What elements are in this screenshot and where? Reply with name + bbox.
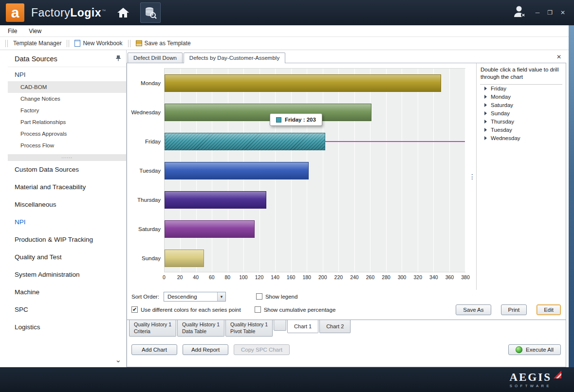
sidebar-category-npi[interactable]: NPI bbox=[8, 214, 126, 231]
gridline bbox=[370, 69, 370, 272]
new-workbook-button[interactable]: New Workbook bbox=[73, 40, 124, 47]
add-report-button[interactable]: Add Report bbox=[183, 344, 228, 355]
drill-item-tuesday[interactable]: Tuesday bbox=[480, 126, 562, 134]
sidebar-category-production-wip-tracking[interactable]: Production & WIP Tracking bbox=[8, 231, 126, 249]
x-axis-tick: 220 bbox=[334, 274, 343, 280]
y-axis-label: Thursday bbox=[129, 185, 161, 214]
sidebar-category-custom-data-sources[interactable]: Custom Data Sources bbox=[8, 161, 126, 178]
execute-all-label: Execute All bbox=[526, 347, 554, 353]
sort-order-select[interactable]: Descending bbox=[164, 292, 226, 302]
cumulative-percentage-checkbox[interactable]: Show cumulative percentage bbox=[255, 306, 336, 313]
y-axis-label: Wednesday bbox=[129, 98, 161, 127]
tab-label-line1: Quality History 1 bbox=[134, 321, 171, 328]
drill-item-thursday[interactable]: Thursday bbox=[480, 118, 562, 126]
drill-item-sunday[interactable]: Sunday bbox=[480, 109, 562, 118]
x-axis-tick: 380 bbox=[461, 274, 470, 280]
sidebar-category-quality-and-test[interactable]: Quality and Test bbox=[8, 249, 126, 266]
tooltip-swatch bbox=[276, 117, 281, 123]
tab-label-line2: Pivot Table bbox=[230, 328, 268, 335]
sidebar-splitter[interactable]: ...... bbox=[8, 154, 126, 161]
app-logo: a bbox=[6, 3, 24, 22]
document-tabstrip: Defect Drill Down Defects by Day-Custome… bbox=[127, 50, 566, 63]
maximize-icon[interactable] bbox=[547, 10, 553, 16]
bar-sunday[interactable] bbox=[165, 249, 204, 267]
bottom-tab-quality-history-1-pivot-table[interactable]: Quality History 1Pivot Table bbox=[225, 320, 273, 337]
tab-label-line1: Quality History 1 bbox=[182, 321, 220, 328]
app-title: FactoryLogix™ bbox=[31, 6, 106, 19]
drill-item-friday[interactable]: Friday bbox=[480, 85, 562, 93]
app-title-part1: Factory bbox=[31, 6, 70, 19]
bottom-tab-blank[interactable] bbox=[274, 320, 286, 331]
bar-friday[interactable] bbox=[165, 133, 325, 150]
sidebar-category-miscellaneous[interactable]: Miscellaneous bbox=[8, 196, 126, 214]
bottom-tab-chart-1[interactable]: Chart 1 bbox=[287, 320, 318, 333]
series-colors-checkbox[interactable]: Use different colors for each series poi… bbox=[131, 306, 241, 313]
drill-item-label: Sunday bbox=[491, 110, 510, 116]
drill-item-saturday[interactable]: Saturday bbox=[480, 101, 562, 109]
drill-item-monday[interactable]: Monday bbox=[480, 93, 562, 101]
toolbar-grip bbox=[5, 40, 8, 47]
home-icon[interactable] bbox=[113, 2, 133, 23]
bottom-tab-chart-2[interactable]: Chart 2 bbox=[319, 320, 351, 333]
workspace: Defect Drill Down Defects by Day-Custome… bbox=[127, 50, 569, 367]
save-as-button[interactable]: Save As bbox=[456, 304, 491, 315]
bottom-tab-quality-history-1-data-table[interactable]: Quality History 1Data Table bbox=[177, 320, 224, 337]
x-axis-tick: 40 bbox=[193, 274, 199, 280]
x-axis-tick: 300 bbox=[398, 274, 407, 280]
sidebar-category-logistics[interactable]: Logistics bbox=[8, 319, 126, 336]
x-axis-tick: 320 bbox=[413, 274, 422, 280]
tab-defect-drill-down[interactable]: Defect Drill Down bbox=[128, 53, 183, 63]
bar-saturday[interactable] bbox=[165, 220, 255, 238]
add-chart-button[interactable]: Add Chart bbox=[131, 344, 177, 355]
scroll-down-icon[interactable] bbox=[115, 356, 121, 364]
bottom-tab-quality-history-1-criteria[interactable]: Quality History 1Criteria bbox=[129, 320, 176, 337]
cumulative-percentage-label: Show cumulative percentage bbox=[264, 307, 336, 313]
user-icon[interactable] bbox=[512, 4, 527, 21]
drill-item-wednesday[interactable]: Wednesday bbox=[480, 134, 562, 143]
minimize-icon[interactable] bbox=[536, 10, 540, 16]
drill-hint: Double click a field value to drill thro… bbox=[480, 66, 562, 85]
y-axis-label: Saturday bbox=[129, 214, 161, 244]
bar-chart: Friday : 203 MondayWednesdayFridayTuesda… bbox=[127, 63, 468, 290]
aegis-subtitle: SOFTWARE bbox=[509, 384, 552, 388]
copy-spc-chart-button[interactable]: Copy SPC Chart bbox=[234, 344, 290, 355]
bar-monday[interactable] bbox=[165, 74, 441, 92]
bar-thursday[interactable] bbox=[165, 191, 266, 209]
sidebar-group-npi[interactable]: NPI bbox=[8, 67, 126, 81]
x-axis-tick: 340 bbox=[429, 274, 438, 280]
show-legend-checkbox[interactable]: Show legend bbox=[256, 293, 298, 300]
sidebar-item-factory[interactable]: Factory bbox=[8, 105, 126, 116]
template-manager-button[interactable]: Template Manager bbox=[11, 40, 63, 47]
bar-tuesday[interactable] bbox=[165, 162, 309, 179]
edit-button[interactable]: Edit bbox=[537, 304, 561, 315]
series-colors-label: Use different colors for each series poi… bbox=[141, 307, 241, 313]
panel-splitter[interactable] bbox=[468, 63, 476, 290]
sidebar-category-material-and-traceability[interactable]: Material and Traceability bbox=[8, 178, 126, 196]
sidebar-item-change-notices[interactable]: Change Notices bbox=[8, 93, 126, 105]
expand-arrow-icon bbox=[484, 111, 487, 115]
tab-defects-by-day-customer-assembly[interactable]: Defects by Day-Customer-Assembly bbox=[184, 53, 285, 63]
sidebar-item-cad-bom[interactable]: CAD-BOM bbox=[8, 81, 126, 93]
gridline bbox=[465, 69, 465, 272]
sidebar-category-system-administration[interactable]: System Administration bbox=[8, 266, 126, 284]
sidebar-category-machine[interactable]: Machine bbox=[8, 284, 126, 301]
sidebar-item-part-relationships[interactable]: Part Relationships bbox=[8, 116, 126, 128]
menu-view[interactable]: View bbox=[29, 28, 41, 35]
execute-all-button[interactable]: Execute All bbox=[508, 344, 561, 355]
sidebar-category-spc[interactable]: SPC bbox=[8, 301, 126, 319]
sidebar-item-process-flow[interactable]: Process Flow bbox=[8, 140, 126, 151]
drill-item-label: Wednesday bbox=[491, 135, 520, 141]
tab-label-line2: Criteria bbox=[134, 328, 171, 335]
data-explorer-icon[interactable] bbox=[140, 2, 161, 23]
pin-icon[interactable] bbox=[115, 54, 121, 63]
close-tab-icon[interactable] bbox=[556, 53, 561, 60]
toolbar-grip bbox=[67, 40, 69, 47]
print-button[interactable]: Print bbox=[501, 304, 527, 315]
sidebar-item-process-approvals[interactable]: Process Approvals bbox=[8, 128, 126, 140]
menu-file[interactable]: File bbox=[8, 28, 17, 35]
close-window-icon[interactable] bbox=[560, 10, 565, 16]
sidebar-npi-items: CAD-BOMChange NoticesFactoryPart Relatio… bbox=[8, 81, 126, 151]
bar-wednesday[interactable] bbox=[165, 104, 371, 121]
save-as-template-button[interactable]: Save as Template bbox=[134, 40, 193, 47]
expand-arrow-icon bbox=[484, 95, 487, 99]
